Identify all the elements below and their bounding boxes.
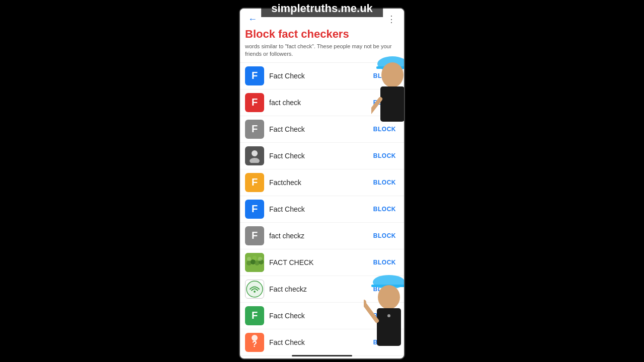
account-name: Fact Check — [269, 205, 370, 213]
block-button[interactable]: BLOCK — [370, 71, 399, 80]
account-name: Fact checkz — [269, 285, 370, 293]
avatar: F — [245, 226, 264, 245]
avatar: F — [245, 173, 264, 192]
avatar: F — [245, 93, 264, 112]
block-button[interactable]: BLOCK — [370, 231, 399, 240]
svg-point-9 — [258, 257, 262, 261]
block-button[interactable]: BLOCK — [370, 311, 399, 320]
avatar: F — [245, 306, 264, 325]
back-button[interactable]: ← — [245, 13, 260, 26]
block-button[interactable]: BLOCK — [370, 258, 399, 267]
phone-screen: ← ⋮ Block fact checkers words similar to… — [239, 8, 405, 359]
block-button[interactable]: BLOCK — [370, 205, 399, 214]
account-name: Fact Check — [269, 338, 370, 346]
list-item: F Fact Check BLOCK — [240, 303, 404, 329]
avatar: F — [245, 200, 264, 219]
account-name: Fact Check — [269, 125, 370, 133]
avatar: F — [245, 120, 264, 139]
list-item: F fact check BLOCK — [240, 89, 404, 116]
account-name: fact check — [269, 99, 370, 107]
accounts-list[interactable]: F Fact Check BLOCK F fact check BLOCK F … — [240, 63, 404, 359]
svg-point-0 — [252, 150, 258, 156]
list-item: Fact checkz BLOCK — [240, 276, 404, 303]
list-item: F Fact Check BLOCK — [240, 116, 404, 143]
list-item: F Factcheck BLOCK — [240, 169, 404, 196]
block-button[interactable]: BLOCK — [370, 151, 399, 160]
svg-point-7 — [247, 257, 251, 261]
svg-point-1 — [250, 158, 260, 163]
page-title: Block fact checkers — [245, 28, 399, 41]
list-item: F Fact Check BLOCK — [240, 63, 404, 89]
list-item: Fact Check BLOCK — [240, 143, 404, 169]
account-name: Fact Check — [269, 312, 370, 320]
page-subtitle: words similar to "fact check". These peo… — [245, 43, 399, 58]
svg-point-11 — [254, 291, 256, 293]
avatar — [245, 253, 264, 272]
avatar — [245, 146, 264, 165]
website-url: simpletruths.me.uk — [261, 0, 383, 17]
block-button[interactable]: BLOCK — [370, 125, 399, 134]
menu-button[interactable]: ⋮ — [384, 13, 399, 26]
list-item: F Fact Check BLOCK — [240, 196, 404, 223]
scroll-indicator — [292, 355, 352, 356]
account-name: Fact Check — [269, 72, 370, 80]
account-name: FACT CHECK — [269, 258, 370, 266]
list-item: F fact checkz BLOCK — [240, 223, 404, 249]
block-button[interactable]: BLOCK — [370, 285, 399, 294]
account-name: Factcheck — [269, 178, 370, 187]
block-button[interactable]: BLOCK — [370, 178, 399, 187]
list-item: FACT CHECK BLOCK — [240, 249, 404, 276]
block-button[interactable]: BLOCK — [370, 98, 399, 107]
list-item: ? Fact Check BLOCK — [240, 329, 404, 356]
avatar — [245, 280, 264, 299]
svg-point-8 — [253, 256, 257, 260]
block-button[interactable]: BLOCK — [370, 338, 399, 347]
svg-text:?: ? — [252, 340, 257, 348]
account-name: fact checkz — [269, 232, 370, 240]
avatar: F — [245, 66, 264, 85]
avatar: ? — [245, 333, 264, 352]
account-name: Fact Check — [269, 152, 370, 160]
